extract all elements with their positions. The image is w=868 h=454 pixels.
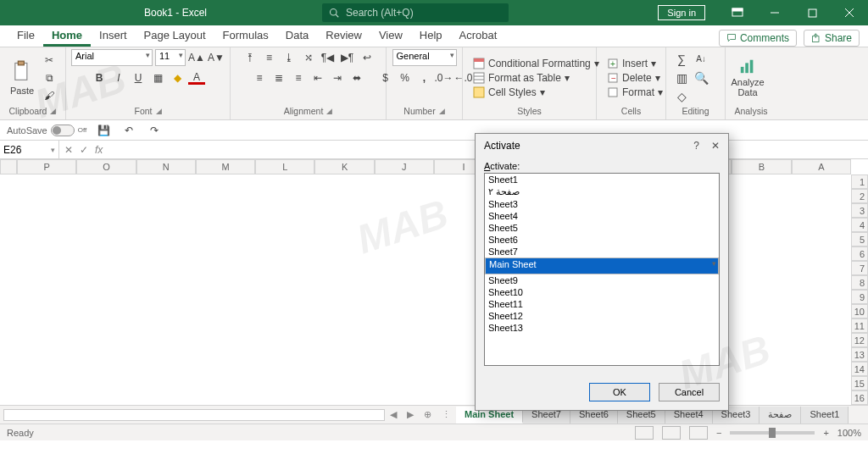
- save-icon[interactable]: 💾: [95, 122, 112, 139]
- number-format-select[interactable]: General: [392, 49, 457, 66]
- column-header[interactable]: B: [732, 159, 791, 174]
- row-header[interactable]: 1: [851, 174, 868, 189]
- dialog-help-icon[interactable]: ?: [693, 140, 699, 152]
- copy-icon[interactable]: ⧉: [41, 69, 58, 86]
- ltr-icon[interactable]: ▶¶: [339, 49, 356, 66]
- zoom-slider[interactable]: [730, 431, 815, 435]
- tab-help[interactable]: Help: [411, 25, 451, 47]
- select-all-corner[interactable]: [0, 159, 17, 174]
- sheet-listbox[interactable]: Sheet1صفحة ٢Sheet3Sheet4Sheet5Sheet6Shee…: [484, 173, 720, 366]
- page-break-view-icon[interactable]: [689, 426, 708, 440]
- row-header[interactable]: 4: [851, 218, 868, 232]
- row-header[interactable]: 5: [851, 232, 868, 246]
- row-header[interactable]: 2: [851, 189, 868, 203]
- page-layout-view-icon[interactable]: [662, 426, 681, 440]
- autosave-toggle[interactable]: AutoSave Off: [7, 125, 86, 136]
- align-top-icon[interactable]: ⭱: [242, 49, 259, 66]
- list-item[interactable]: Sheet11: [485, 298, 719, 310]
- redo-icon[interactable]: ↷: [146, 122, 163, 139]
- rtl-icon[interactable]: ¶◀: [320, 49, 337, 66]
- search-box[interactable]: Search (Alt+Q): [322, 3, 509, 22]
- increase-font-icon[interactable]: A▲: [188, 49, 205, 66]
- list-item[interactable]: Sheet7: [485, 246, 719, 257]
- column-header[interactable]: M: [196, 159, 255, 174]
- increase-decimal-icon[interactable]: .0→: [436, 69, 453, 86]
- sheet-list-icon[interactable]: ⋮: [437, 409, 456, 420]
- row-header[interactable]: 8: [851, 275, 868, 290]
- cut-icon[interactable]: ✂: [41, 52, 58, 69]
- comma-icon[interactable]: ,: [416, 69, 433, 86]
- orientation-icon[interactable]: ⤭: [300, 49, 317, 66]
- undo-icon[interactable]: ↶: [120, 122, 137, 139]
- font-name-select[interactable]: Arial: [71, 49, 153, 66]
- enter-formula-icon[interactable]: ✓: [80, 144, 88, 156]
- list-item[interactable]: Sheet3: [485, 198, 719, 210]
- minimize-icon[interactable]: [756, 0, 793, 25]
- column-header[interactable]: K: [314, 159, 374, 174]
- paste-button[interactable]: Paste: [7, 58, 37, 98]
- sheet-tab[interactable]: صفحة: [760, 407, 801, 424]
- dialog-close-icon[interactable]: ✕: [711, 140, 720, 152]
- row-header[interactable]: 13: [851, 347, 868, 362]
- tab-review[interactable]: Review: [317, 25, 370, 47]
- close-icon[interactable]: [831, 0, 868, 25]
- list-item[interactable]: Sheet12: [485, 310, 719, 322]
- list-item[interactable]: Sheet10: [485, 286, 719, 298]
- name-box[interactable]: E26▾: [0, 141, 59, 158]
- list-item[interactable]: Sheet5: [485, 222, 719, 234]
- fx-icon[interactable]: fx: [95, 144, 103, 156]
- row-header[interactable]: 9: [851, 290, 868, 304]
- align-bottom-icon[interactable]: ⭳: [281, 49, 298, 66]
- sheet-nav-next-icon[interactable]: ▶: [402, 409, 419, 420]
- ribbon-display-icon[interactable]: [719, 0, 756, 25]
- cancel-formula-icon[interactable]: ✕: [64, 144, 73, 156]
- tab-formulas[interactable]: Formulas: [214, 25, 277, 47]
- tab-view[interactable]: View: [370, 25, 411, 47]
- insert-cells-button[interactable]: +Insert ▾: [604, 57, 666, 70]
- ok-button[interactable]: OK: [589, 383, 650, 401]
- border-icon[interactable]: ▦: [149, 69, 166, 86]
- row-header[interactable]: 14: [851, 362, 868, 376]
- list-item[interactable]: Sheet13: [485, 322, 719, 334]
- align-center-icon[interactable]: ≣: [270, 69, 287, 86]
- cell-styles-button[interactable]: Cell Styles ▾: [470, 86, 603, 99]
- align-right-icon[interactable]: ≡: [290, 69, 307, 86]
- currency-icon[interactable]: $: [377, 69, 394, 86]
- sign-in-button[interactable]: Sign in: [658, 5, 705, 20]
- list-item[interactable]: Sheet1: [485, 174, 719, 185]
- tab-acrobat[interactable]: Acrobat: [451, 25, 506, 47]
- column-header[interactable]: A: [792, 159, 851, 174]
- maximize-icon[interactable]: [793, 0, 831, 25]
- column-header[interactable]: O: [76, 159, 136, 174]
- delete-cells-button[interactable]: −Delete ▾: [604, 71, 666, 85]
- list-item[interactable]: Main Sheet: [485, 257, 719, 274]
- sheet-tab[interactable]: Sheet1: [801, 407, 849, 424]
- conditional-formatting-button[interactable]: Conditional Formatting ▾: [470, 57, 603, 70]
- merge-icon[interactable]: ⬌: [348, 69, 365, 86]
- zoom-out-icon[interactable]: −: [716, 428, 721, 438]
- cancel-button[interactable]: Cancel: [659, 383, 720, 401]
- format-as-table-button[interactable]: Format as Table ▾: [470, 71, 603, 85]
- list-item[interactable]: Sheet4: [485, 210, 719, 222]
- bold-icon[interactable]: B: [91, 69, 108, 86]
- row-header[interactable]: 12: [851, 333, 868, 347]
- decrease-font-icon[interactable]: A▼: [208, 49, 225, 66]
- list-item[interactable]: Sheet6: [485, 234, 719, 246]
- list-item[interactable]: Sheet9: [485, 274, 719, 286]
- column-header[interactable]: L: [255, 159, 314, 174]
- row-header[interactable]: 10: [851, 304, 868, 318]
- row-header[interactable]: 3: [851, 203, 868, 218]
- row-headers[interactable]: 12345678910111213141516: [851, 174, 868, 405]
- format-cells-button[interactable]: Format ▾: [604, 86, 666, 99]
- tab-page-layout[interactable]: Page Layout: [136, 25, 214, 47]
- align-left-icon[interactable]: ≡: [251, 69, 268, 86]
- column-header[interactable]: P: [17, 159, 76, 174]
- font-color-icon[interactable]: A: [188, 71, 205, 85]
- decrease-indent-icon[interactable]: ⇤: [309, 69, 326, 86]
- tab-file[interactable]: File: [8, 25, 43, 47]
- horizontal-scrollbar[interactable]: [3, 409, 385, 421]
- zoom-in-icon[interactable]: +: [823, 428, 828, 438]
- underline-icon[interactable]: U: [130, 69, 147, 86]
- align-middle-icon[interactable]: ≡: [261, 49, 278, 66]
- row-header[interactable]: 6: [851, 246, 868, 261]
